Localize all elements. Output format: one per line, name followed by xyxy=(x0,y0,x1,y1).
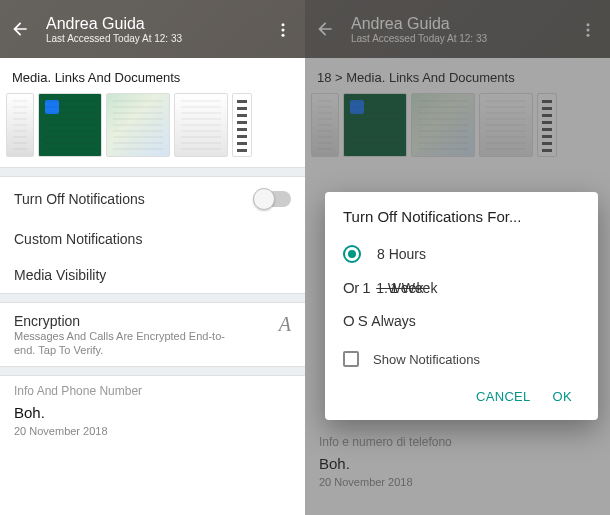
contact-name: Andrea Guida xyxy=(351,15,487,33)
media-visibility-label: Media Visibility xyxy=(14,267,106,283)
info-date: 20 November 2018 xyxy=(14,425,291,437)
header: Andrea Guida Last Accessed Today At 12: … xyxy=(0,0,305,58)
cancel-button[interactable]: CANCEL xyxy=(468,381,539,412)
media-visibility-row[interactable]: Media Visibility xyxy=(0,257,305,293)
svg-point-2 xyxy=(282,34,285,37)
media-thumb[interactable] xyxy=(232,93,252,157)
show-notifications-checkbox-row[interactable]: Show Notifications xyxy=(343,337,580,373)
radio-option-always[interactable]: O S Always xyxy=(343,304,580,337)
radio-label: 8 Hours xyxy=(377,246,426,262)
custom-notifications-row[interactable]: Custom Notifications xyxy=(0,221,305,257)
encryption-row[interactable]: Encryption Messages And Calls Are Encryp… xyxy=(0,303,305,366)
svg-point-0 xyxy=(282,23,285,26)
radio-label: 1 Week xyxy=(390,280,437,296)
header-text: Andrea Guida Last Accessed Today At 12: … xyxy=(32,15,182,44)
more-icon xyxy=(576,18,600,42)
media-thumb xyxy=(537,93,557,157)
back-icon xyxy=(313,17,337,41)
last-accessed: Last Accessed Today At 12: 33 xyxy=(46,33,182,44)
media-thumb[interactable] xyxy=(38,93,102,157)
media-thumb xyxy=(311,93,339,157)
encryption-text: Encryption Messages And Calls Are Encryp… xyxy=(14,313,244,358)
turn-off-label: Turn Off Notifications xyxy=(14,191,145,207)
media-thumb xyxy=(479,93,533,157)
svg-point-4 xyxy=(587,29,590,32)
info-label-bg: Info e numero di telefono xyxy=(319,435,596,449)
dialog-title: Turn Off Notifications For... xyxy=(343,208,580,225)
mute-dialog: Turn Off Notifications For... 8 Hours Or… xyxy=(325,192,598,420)
header-text: Andrea Guida Last Accessed Today At 12: … xyxy=(337,15,487,44)
more-icon[interactable] xyxy=(271,18,295,42)
pane-contact-info-dialog: Andrea Guida Last Accessed Today At 12: … xyxy=(305,0,610,515)
info-block: Info And Phone Number Boh. 20 November 2… xyxy=(0,376,305,457)
media-thumb[interactable] xyxy=(174,93,228,157)
info-block-bg: Info e numero di telefono Boh. 20 Novemb… xyxy=(305,427,610,508)
radio-prefix-garbled: O S xyxy=(343,312,367,329)
checkbox-label: Show Notifications xyxy=(373,352,480,367)
root: Andrea Guida Last Accessed Today At 12: … xyxy=(0,0,610,515)
svg-point-1 xyxy=(282,29,285,32)
divider xyxy=(0,167,305,177)
header: Andrea Guida Last Accessed Today At 12: … xyxy=(305,0,610,58)
info-date-bg: 20 November 2018 xyxy=(319,476,596,488)
info-value-bg: Boh. xyxy=(319,455,596,472)
lock-icon: A xyxy=(279,313,291,336)
checkbox-icon xyxy=(343,351,359,367)
pane-contact-info: Andrea Guida Last Accessed Today At 12: … xyxy=(0,0,305,515)
turn-off-notifications-row[interactable]: Turn Off Notifications xyxy=(0,177,305,221)
divider xyxy=(0,293,305,303)
back-icon[interactable] xyxy=(8,17,32,41)
media-thumbnail-strip[interactable] xyxy=(0,93,305,167)
media-thumbnail-strip xyxy=(305,93,610,167)
radio-icon xyxy=(343,245,361,263)
encryption-desc: Messages And Calls Are Encrypted End-to-… xyxy=(14,329,244,358)
breadcrumb: 18 > Media. Links And Documents xyxy=(305,58,610,93)
media-thumb[interactable] xyxy=(6,93,34,157)
info-label: Info And Phone Number xyxy=(14,384,291,398)
radio-prefix-garbled: Or 1 xyxy=(343,279,370,296)
media-thumb xyxy=(343,93,407,157)
media-thumb xyxy=(411,93,475,157)
info-value: Boh. xyxy=(14,404,291,421)
media-thumb[interactable] xyxy=(106,93,170,157)
dialog-actions: CANCEL OK xyxy=(343,373,580,412)
divider xyxy=(0,366,305,376)
custom-notifications-label: Custom Notifications xyxy=(14,231,142,247)
ok-button[interactable]: OK xyxy=(545,381,580,412)
media-section-label[interactable]: Media. Links And Documents xyxy=(0,58,305,93)
svg-point-5 xyxy=(587,34,590,37)
svg-point-3 xyxy=(587,23,590,26)
radio-option-8-hours[interactable]: 8 Hours xyxy=(343,237,580,271)
radio-label: Always xyxy=(371,313,415,329)
radio-option-1-week[interactable]: Or 1 1 Week xyxy=(343,271,580,304)
encryption-title: Encryption xyxy=(14,313,244,329)
contact-name: Andrea Guida xyxy=(46,15,182,33)
notifications-toggle[interactable] xyxy=(255,191,291,207)
last-accessed: Last Accessed Today At 12: 33 xyxy=(351,33,487,44)
